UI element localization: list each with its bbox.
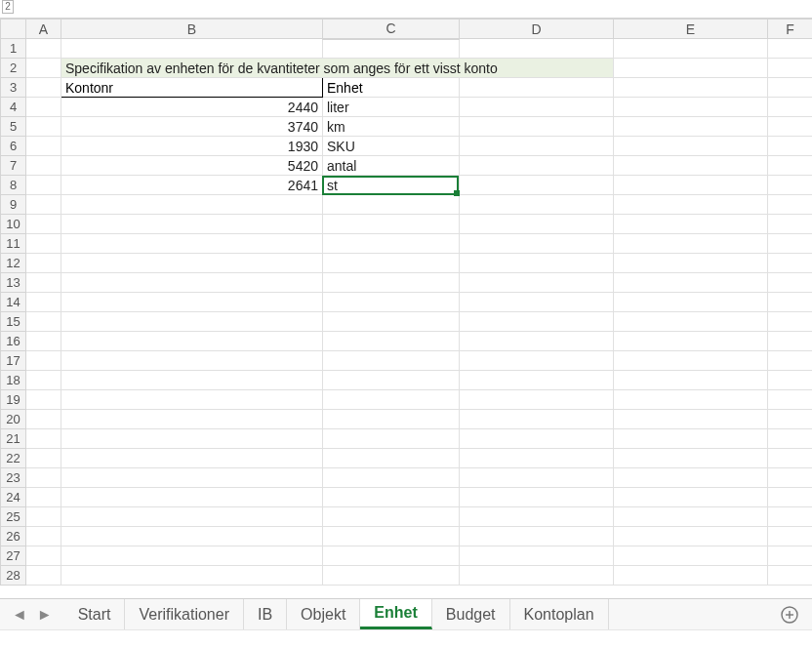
row-header[interactable]: 1	[1, 39, 26, 59]
row-header[interactable]: 9	[1, 195, 26, 215]
row-header[interactable]: 14	[1, 293, 26, 312]
outline-level-box[interactable]: 2	[2, 0, 14, 14]
tab-enhet[interactable]: Enhet	[360, 599, 431, 629]
spreadsheet-area[interactable]: A B C D E F 1 2 Specifikation av enheten…	[0, 18, 812, 601]
cell-konto[interactable]: 3740	[61, 117, 323, 137]
row-header[interactable]: 18	[1, 371, 26, 390]
tab-budget[interactable]: Budget	[432, 599, 510, 629]
row-header[interactable]: 17	[1, 351, 26, 371]
tab-nav-next-icon[interactable]: ►	[37, 606, 53, 624]
tab-nav-prev-icon[interactable]: ◄	[12, 606, 27, 624]
select-all-corner[interactable]	[1, 20, 26, 39]
row-header[interactable]: 6	[1, 137, 26, 156]
row-header[interactable]: 5	[1, 117, 26, 137]
row-header[interactable]: 4	[1, 98, 26, 117]
tab-verifikationer[interactable]: Verifikationer	[125, 599, 244, 629]
tab-nav-arrows[interactable]: ◄ ►	[0, 606, 64, 624]
row-header[interactable]: 21	[1, 429, 26, 449]
col-header-F[interactable]: F	[768, 20, 813, 39]
cell-konto[interactable]: 2440	[61, 98, 323, 117]
sheet-title[interactable]: Specifikation av enheten för de kvantite…	[61, 59, 614, 78]
col-header-E[interactable]: E	[614, 20, 768, 39]
row-header[interactable]: 26	[1, 527, 26, 546]
cell-konto[interactable]: 2641	[61, 176, 323, 195]
row-header[interactable]: 27	[1, 546, 26, 566]
cell-enhet[interactable]: antal	[323, 156, 460, 176]
col-header-D[interactable]: D	[460, 20, 614, 39]
add-sheet-button[interactable]	[767, 606, 812, 624]
status-bar	[0, 629, 812, 647]
row-header[interactable]: 12	[1, 254, 26, 273]
plus-circle-icon	[781, 606, 798, 624]
row-header[interactable]: 20	[1, 410, 26, 429]
row-header[interactable]: 11	[1, 234, 26, 254]
col-header-A[interactable]: A	[26, 20, 61, 39]
row-header[interactable]: 25	[1, 507, 26, 527]
row-header[interactable]: 13	[1, 273, 26, 293]
tab-kontoplan[interactable]: Kontoplan	[510, 599, 609, 629]
row-header[interactable]: 28	[1, 566, 26, 586]
tab-ib[interactable]: IB	[244, 599, 287, 629]
grid-table[interactable]: A B C D E F 1 2 Specifikation av enheten…	[0, 19, 812, 586]
cell-enhet[interactable]: liter	[323, 98, 460, 117]
header-enhet[interactable]: Enhet	[323, 78, 460, 98]
cell-enhet[interactable]: SKU	[323, 137, 460, 156]
tab-start[interactable]: Start	[64, 599, 126, 629]
row-header[interactable]: 10	[1, 215, 26, 234]
cell-konto[interactable]: 5420	[61, 156, 323, 176]
row-header[interactable]: 16	[1, 332, 26, 351]
column-header-row[interactable]: A B C D E F	[1, 20, 813, 39]
sheet-tab-bar: ◄ ► Start Verifikationer IB Objekt Enhet…	[0, 598, 812, 629]
row-header[interactable]: 2	[1, 59, 26, 78]
header-kontonr[interactable]: Kontonr	[61, 78, 323, 98]
row-header[interactable]: 19	[1, 390, 26, 410]
col-header-C[interactable]: C	[323, 20, 460, 39]
row-header[interactable]: 7	[1, 156, 26, 176]
cell-enhet[interactable]: km	[323, 117, 460, 137]
tabs: Start Verifikationer IB Objekt Enhet Bud…	[64, 599, 767, 629]
row-header[interactable]: 23	[1, 468, 26, 488]
row-header[interactable]: 24	[1, 488, 26, 507]
row-header[interactable]: 15	[1, 312, 26, 332]
row-header[interactable]: 8	[1, 176, 26, 195]
tab-objekt[interactable]: Objekt	[287, 599, 360, 629]
cell-enhet[interactable]: st	[323, 176, 460, 195]
cell-konto[interactable]: 1930	[61, 137, 323, 156]
row-header[interactable]: 3	[1, 78, 26, 98]
col-header-B[interactable]: B	[61, 20, 323, 39]
row-header[interactable]: 22	[1, 449, 26, 468]
